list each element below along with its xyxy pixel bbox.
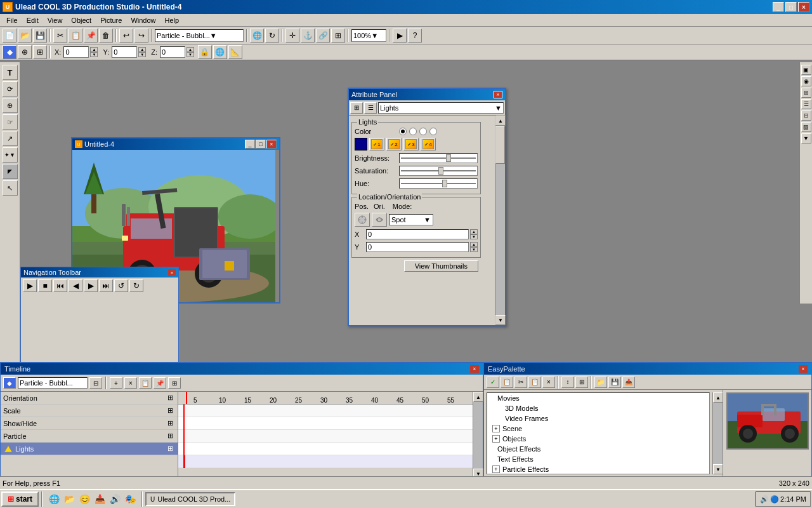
path-tool[interactable]: ⟳: [3, 81, 18, 97]
inner-close[interactable]: ×: [266, 140, 277, 149]
menu-help[interactable]: Help: [161, 15, 183, 25]
lights-expand-icon[interactable]: ⊞: [165, 444, 175, 454]
ep-scroll-track[interactable]: [713, 403, 723, 464]
tl-diamond-button[interactable]: ◆: [3, 377, 16, 389]
orientation-expand-icon[interactable]: ⊞: [165, 393, 175, 403]
menu-view[interactable]: View: [44, 15, 67, 25]
x-coord-input[interactable]: 0: [366, 229, 469, 239]
radio-3[interactable]: [419, 128, 427, 135]
radio-1[interactable]: [399, 128, 407, 135]
taskbar-icon-3[interactable]: 😊: [78, 493, 91, 505]
inner-maximize[interactable]: □: [256, 140, 266, 149]
taskbar-icon-6[interactable]: 🎭: [124, 493, 136, 505]
taskbar-icon-4[interactable]: 📥: [93, 493, 106, 505]
menu-object[interactable]: Object: [67, 15, 95, 25]
light-4-button[interactable]: ✓4: [421, 138, 436, 150]
tl-keyframe-button[interactable]: ⊟: [89, 377, 102, 389]
attr-tool-2[interactable]: ☰: [364, 102, 377, 114]
scale-expand-icon[interactable]: ⊞: [165, 406, 175, 416]
orientation-button[interactable]: [372, 213, 387, 227]
anchor-button[interactable]: ⚓: [301, 29, 315, 43]
light-3-button[interactable]: ✓3: [403, 138, 419, 150]
showhide-expand-icon[interactable]: ⊞: [165, 418, 175, 429]
hue-thumb[interactable]: [442, 180, 447, 187]
particle-expand-icon[interactable]: ⊞: [165, 431, 175, 441]
minimize-button[interactable]: _: [773, 2, 784, 12]
right-tool-6[interactable]: ▧: [801, 122, 811, 132]
menu-edit[interactable]: Edit: [23, 15, 43, 25]
hand-tool[interactable]: ☞: [3, 114, 18, 130]
radio-2[interactable]: [409, 128, 417, 135]
nav-loop-button[interactable]: ↺: [114, 279, 128, 292]
ep-objecteffects-item[interactable]: Object Effects: [487, 444, 709, 454]
light-2-button[interactable]: ✓2: [386, 138, 402, 150]
ep-videoframes-item[interactable]: Video Frames: [487, 413, 709, 424]
nav-stop-button[interactable]: ■: [38, 279, 52, 292]
close-button[interactable]: ×: [798, 2, 809, 12]
cut-button[interactable]: ✂: [53, 29, 67, 43]
x-input[interactable]: [63, 46, 89, 58]
snap-tool[interactable]: ⊞: [33, 45, 47, 59]
help-button[interactable]: ?: [408, 29, 422, 43]
diamond-tool[interactable]: ◆: [3, 45, 16, 59]
mode-dropdown[interactable]: Spot ▼: [389, 214, 433, 225]
nav-next-button[interactable]: ▶: [84, 279, 98, 292]
right-tool-2[interactable]: ◉: [801, 76, 811, 86]
tl-paste-button[interactable]: 📌: [154, 377, 166, 389]
attr-type-dropdown[interactable]: Lights ▼: [378, 102, 504, 114]
ep-export-button[interactable]: 📤: [622, 377, 635, 388]
particle-expand[interactable]: +: [492, 465, 500, 473]
x-down[interactable]: ▼: [90, 52, 98, 57]
right-tool-1[interactable]: ▣: [801, 65, 811, 75]
menu-window[interactable]: Window: [127, 15, 159, 25]
grid-button[interactable]: ⊞: [331, 29, 345, 43]
view-thumbnails-button[interactable]: View Thumbnails: [404, 260, 478, 272]
start-button[interactable]: ⊞ start: [1, 491, 39, 507]
ep-close-button[interactable]: ×: [799, 365, 808, 373]
y-up-spinner[interactable]: ▲: [470, 242, 478, 247]
open-button[interactable]: 📂: [18, 29, 32, 43]
rotate-button[interactable]: ↻: [265, 29, 279, 43]
paste-button[interactable]: 📌: [84, 29, 98, 43]
tl-scroll-track[interactable]: [473, 402, 483, 469]
taskbar-icon-1[interactable]: 🌐: [48, 493, 60, 505]
ep-scroll-up[interactable]: ▲: [713, 392, 723, 403]
new-button[interactable]: 📄: [3, 29, 16, 43]
ep-move-button[interactable]: ↕: [561, 377, 574, 388]
right-tool-4[interactable]: ☰: [801, 99, 811, 109]
ep-scroll-down[interactable]: ▼: [713, 464, 723, 474]
pointer-tool[interactable]: ↖: [3, 180, 18, 196]
save-button[interactable]: 💾: [33, 29, 47, 43]
y-down[interactable]: ▼: [138, 52, 146, 57]
y-input[interactable]: [112, 46, 137, 58]
menu-picture[interactable]: Picture: [96, 15, 126, 25]
x-up-spinner[interactable]: ▲: [470, 229, 478, 234]
lock-tool[interactable]: 🔒: [198, 45, 212, 59]
maximize-button[interactable]: □: [785, 2, 797, 12]
delete-button[interactable]: 🗑: [99, 29, 113, 43]
color-swatch[interactable]: [355, 138, 367, 150]
x-up[interactable]: ▲: [90, 47, 98, 52]
ep-3dmodels-item[interactable]: 3D Models: [487, 403, 709, 413]
link-button[interactable]: 🔗: [316, 29, 330, 43]
globe-button[interactable]: 🌐: [250, 29, 264, 43]
ep-copy-button[interactable]: 📋: [528, 377, 541, 388]
tl-add-button[interactable]: +: [110, 377, 122, 389]
ep-folder-button[interactable]: 📁: [594, 377, 607, 388]
ep-particleeffects-item[interactable]: + Particle Effects: [487, 464, 709, 474]
tl-lights-row[interactable]: Lights ⊞: [1, 443, 178, 455]
tl-delete-button[interactable]: ×: [124, 377, 137, 389]
taskbar-icon-5[interactable]: 🔊: [108, 493, 121, 505]
select-tool[interactable]: ↗: [3, 131, 18, 146]
ep-check-button[interactable]: ✓: [487, 377, 499, 388]
particle-dropdown[interactable]: Particle - Bubbl...▼: [155, 29, 244, 42]
redo-button[interactable]: ↪: [134, 29, 148, 43]
z-up[interactable]: ▲: [187, 47, 194, 52]
local-tool[interactable]: 📐: [228, 45, 242, 59]
ep-cut-button[interactable]: ✂: [514, 377, 527, 388]
preview-button[interactable]: ▶: [393, 29, 407, 43]
taskbar-app-button[interactable]: U Ulead COOL 3D Prod...: [145, 492, 235, 506]
ep-link-button[interactable]: ⊞: [575, 377, 588, 388]
scroll-thumb[interactable]: [495, 126, 505, 164]
menu-file[interactable]: File: [3, 15, 22, 25]
